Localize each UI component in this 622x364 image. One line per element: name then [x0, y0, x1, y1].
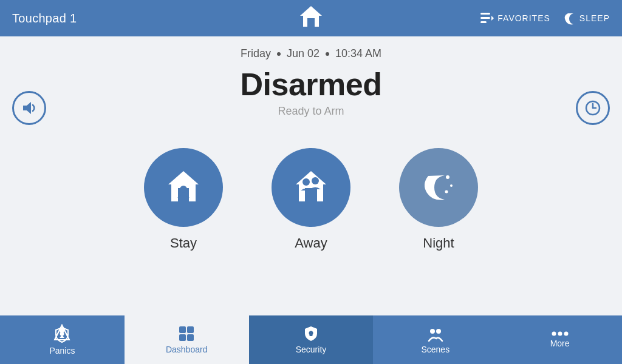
dashboard-label: Dashboard: [166, 345, 208, 354]
svg-rect-29: [187, 326, 194, 333]
more-icon: [552, 331, 569, 336]
night-label: Night: [423, 235, 454, 251]
svg-point-37: [558, 332, 562, 336]
nav-scenes[interactable]: Scenes: [373, 315, 497, 364]
security-icon: [302, 325, 320, 342]
svg-point-36: [552, 332, 556, 336]
header-home-icon[interactable]: [298, 4, 324, 33]
sound-icon: [21, 99, 38, 116]
panics-label: Panics: [49, 346, 75, 356]
svg-point-14: [180, 186, 187, 193]
svg-marker-27: [60, 335, 64, 338]
svg-marker-15: [296, 171, 326, 184]
night-button[interactable]: Night: [399, 148, 478, 251]
svg-point-22: [445, 190, 448, 194]
clock-button[interactable]: [576, 91, 610, 125]
night-circle: [399, 148, 478, 227]
favorites-icon: [480, 13, 494, 24]
stay-icon: [162, 166, 205, 209]
clock-icon: [584, 99, 601, 116]
nav-more[interactable]: More: [497, 315, 622, 364]
stay-circle: [144, 148, 223, 227]
sleep-label: SLEEP: [579, 13, 610, 23]
svg-point-20: [446, 175, 449, 179]
sleep-icon: [562, 12, 576, 25]
security-label: Security: [296, 345, 327, 354]
day-label: Friday: [241, 47, 271, 60]
svg-point-21: [450, 184, 453, 187]
svg-marker-6: [491, 16, 494, 21]
svg-point-19: [312, 177, 319, 184]
time-label: 10:34 AM: [335, 47, 381, 60]
svg-rect-2: [307, 18, 315, 27]
favorites-button[interactable]: FAVORITES: [480, 13, 550, 24]
sound-button[interactable]: [12, 91, 46, 125]
away-circle: [272, 148, 350, 227]
dashboard-icon: [178, 325, 195, 342]
svg-point-35: [436, 329, 441, 334]
bottom-nav: Panics Dashboard Security Scenes: [0, 315, 622, 364]
sleep-button[interactable]: SLEEP: [562, 12, 610, 25]
svg-rect-28: [179, 326, 186, 333]
datetime-bar: Friday Jun 02 10:34 AM: [241, 47, 381, 60]
arm-mode-buttons: Stay Away: [144, 148, 478, 251]
nav-dashboard[interactable]: Dashboard: [125, 315, 249, 364]
app-title: Touchpad 1: [12, 12, 77, 25]
svg-rect-30: [179, 334, 186, 341]
dot1: [277, 52, 281, 56]
svg-rect-31: [187, 334, 194, 341]
away-icon: [290, 166, 332, 209]
away-button[interactable]: Away: [272, 148, 350, 251]
svg-rect-3: [480, 13, 490, 15]
svg-point-34: [430, 329, 435, 334]
status-container: Disarmed Ready to Arm: [241, 66, 382, 118]
svg-marker-7: [23, 102, 31, 114]
dot2: [326, 52, 329, 56]
scenes-icon: [427, 325, 444, 342]
nav-security[interactable]: Security: [249, 315, 374, 364]
date-label: Jun 02: [287, 47, 320, 60]
svg-point-18: [302, 178, 310, 186]
svg-point-38: [564, 332, 568, 336]
stay-button[interactable]: Stay: [144, 148, 223, 251]
svg-rect-5: [480, 21, 487, 23]
stay-label: Stay: [170, 235, 197, 251]
home-icon: [298, 4, 324, 30]
scenes-label: Scenes: [421, 345, 449, 354]
panics-shield-icon: [53, 326, 70, 343]
favorites-label: FAVORITES: [497, 13, 550, 23]
away-label: Away: [295, 235, 327, 251]
arm-status: Disarmed: [241, 66, 382, 103]
arm-substatus: Ready to Arm: [241, 105, 382, 118]
header-right-controls: FAVORITES SLEEP: [480, 12, 610, 25]
more-label: More: [550, 339, 570, 348]
svg-rect-4: [480, 17, 490, 19]
main-content: Friday Jun 02 10:34 AM Disarmed Ready to…: [0, 36, 622, 315]
night-icon: [417, 166, 460, 209]
header: Touchpad 1 FAVORITES SLEEP: [0, 0, 622, 36]
nav-panics[interactable]: Panics: [0, 315, 125, 364]
svg-marker-11: [168, 171, 199, 184]
svg-marker-0: [300, 6, 322, 16]
